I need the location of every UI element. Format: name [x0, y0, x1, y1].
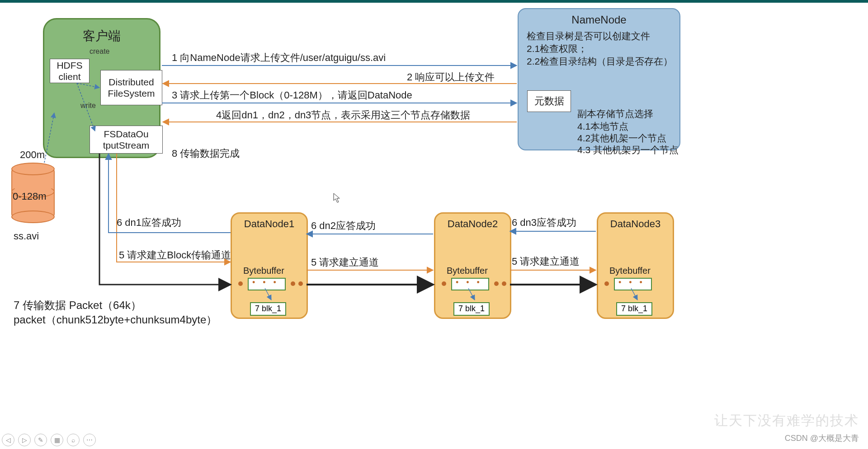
datanode3-bytebuffer: Bytebuffer: [609, 266, 651, 276]
tool-prev-icon[interactable]: ◁: [2, 434, 14, 446]
datanode2-bytebuffer: Bytebuffer: [447, 266, 488, 276]
tool-grid-icon[interactable]: ▦: [51, 434, 63, 446]
client-title: 客户端: [44, 28, 159, 45]
tool-next-icon[interactable]: ▷: [18, 434, 31, 446]
nn-s2: 4.1本地节点: [577, 120, 628, 133]
fsdataoutputstream-box: FSDataOu tputStream: [90, 126, 163, 154]
step5b-label: 5 请求建立通道: [311, 256, 379, 269]
file-name-label: ss.avi: [14, 230, 39, 242]
hdfs-client-box: HDFS client: [50, 59, 90, 83]
namenode-title: NameNode: [519, 14, 679, 26]
step8-label: 8 传输数据完成: [172, 147, 240, 160]
nn-s4: 4.3 其他机架另一个节点: [577, 144, 679, 156]
client-write-label: write: [80, 102, 96, 110]
step5a-label: 5 请求建立Block传输通道: [119, 248, 231, 262]
metadata-box: 元数据: [527, 90, 571, 112]
datanode2-buffer-icon: [451, 278, 489, 290]
file-block-label: 0-128m: [13, 191, 47, 202]
namenode-box: NameNode 检查目录树是否可以创建文件 2.1检查权限； 2.2检查目录结…: [518, 8, 680, 150]
datanode1-title: DataNode1: [232, 218, 307, 230]
diagram-stage: 客户端 create write HDFS client Distributed…: [0, 0, 868, 449]
datanode1-bytebuffer: Bytebuffer: [243, 266, 284, 276]
step3-label: 3 请求上传第一个Block（0-128M），请返回DataNode: [172, 89, 412, 102]
step4-label: 4返回dn1，dn2，dn3节点，表示采用这三个节点存储数据: [216, 108, 470, 122]
nn-s3: 4.2其他机架一个节点: [577, 132, 666, 145]
datanode2-block: 7 blk_1: [453, 302, 490, 316]
step7-label: 7 传输数据 Packet（64k）: [14, 298, 142, 313]
distributed-filesystem-box: Distributed FileSystem: [100, 70, 162, 105]
nn-line2: 2.1检查权限；: [527, 42, 587, 55]
datanode3-block: 7 blk_1: [616, 302, 652, 316]
tool-pen-icon[interactable]: ✎: [34, 434, 47, 446]
datanode1-block: 7 blk_1: [250, 302, 286, 316]
nn-s1: 副本存储节点选择: [577, 108, 653, 120]
csdn-watermark: CSDN @大概是大青: [785, 433, 859, 444]
tool-zoom-icon[interactable]: ⌕: [67, 434, 80, 446]
datanode3-buffer-icon: [614, 278, 652, 290]
datanode1-buffer-icon: [248, 278, 286, 290]
step6b-label: 6 dn2应答成功: [311, 219, 376, 233]
step2-label: 2 响应可以上传文件: [407, 70, 495, 84]
step5c-label: 5 请求建立通道: [512, 255, 580, 268]
datanode3-title: DataNode3: [598, 218, 673, 230]
datanode3-box: DataNode3 Bytebuffer 7 blk_1: [597, 212, 674, 319]
step6a-label: 6 dn1应答成功: [117, 216, 181, 229]
client-create-label: create: [90, 47, 109, 56]
bottom-toolbar: ◁ ▷ ✎ ▦ ⌕ ⋯: [2, 434, 96, 446]
nn-line1: 检查目录树是否可以创建文件: [527, 30, 650, 42]
tagline-watermark: 让天下没有难学的技术: [714, 412, 859, 430]
datanode2-title: DataNode2: [435, 218, 510, 230]
tool-more-icon[interactable]: ⋯: [83, 434, 96, 446]
step1-label: 1 向NameNode请求上传文件/user/atguigu/ss.avi: [172, 51, 386, 65]
datanode2-box: DataNode2 Bytebuffer 7 blk_1: [434, 212, 511, 319]
top-bar: [0, 0, 868, 3]
nn-line3: 2.2检查目录结构（目录是否存在）: [527, 55, 673, 68]
step6c-label: 6 dn3应答成功: [512, 216, 576, 229]
step7b-label: packet（chunk512byte+chunksum4byte）: [14, 313, 217, 327]
datanode1-box: DataNode1 Bytebuffer 7 blk_1: [231, 212, 308, 319]
file-size-label: 200m: [20, 149, 45, 161]
